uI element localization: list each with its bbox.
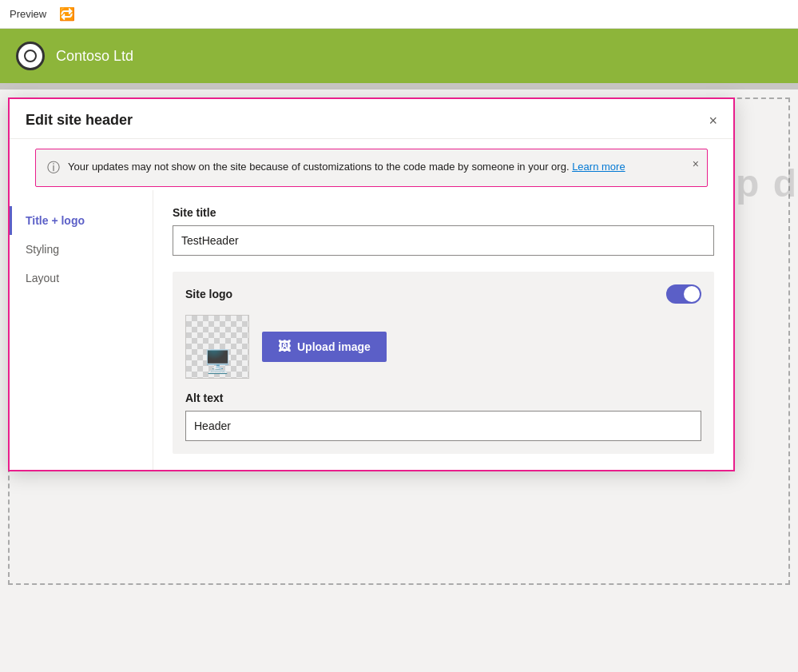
warning-message: Your updates may not show on the site be… — [68, 161, 570, 173]
site-name: Contoso Ltd — [56, 48, 133, 65]
divider — [0, 83, 798, 89]
logo-section-header: Site logo — [185, 284, 701, 304]
preview-label[interactable]: Preview — [10, 8, 46, 20]
site-logo-label: Site logo — [185, 288, 232, 300]
warning-banner: ⓘ Your updates may not show on the site … — [35, 149, 708, 187]
site-title-label: Site title — [173, 206, 714, 219]
page-background: ✛ looks like there is another active ses… — [0, 89, 798, 585]
warning-container: ⓘ Your updates may not show on the site … — [10, 139, 733, 190]
toggle-thumb — [684, 286, 700, 302]
logo-preview-row: 🖥️ 🖼 Upload image — [185, 315, 701, 379]
top-bar: Preview 🔁 — [0, 0, 798, 29]
panel-body: Title + logo Styling Layout Site title S… — [10, 190, 733, 470]
site-title-input[interactable] — [173, 225, 714, 256]
panel-close-button[interactable]: × — [709, 113, 717, 128]
panel-title: Edit site header — [26, 112, 133, 129]
share-icon[interactable]: 🔁 — [59, 6, 75, 22]
sp-header: Contoso Ltd — [0, 29, 798, 83]
logo-section: Site logo 🖥️ 🖼 Upload image — [173, 272, 714, 454]
nav-item-layout[interactable]: Layout — [10, 264, 153, 292]
panel-header: Edit site header × — [10, 99, 733, 139]
info-icon: ⓘ — [47, 160, 60, 177]
panel-content: Site title Site logo 🖥️ — [153, 190, 733, 470]
learn-more-link[interactable]: Learn more — [572, 161, 625, 173]
upload-icon: 🖼 — [278, 340, 291, 354]
warning-close-button[interactable]: × — [693, 157, 699, 170]
logo-preview-image: 🖥️ — [204, 348, 232, 375]
site-logo-toggle[interactable] — [666, 284, 701, 304]
edit-panel: Edit site header × ⓘ Your updates may no… — [8, 97, 735, 471]
alt-text-label: Alt text — [185, 392, 701, 404]
sp-logo-inner — [24, 50, 37, 62]
page-bg-text: p d — [736, 161, 798, 205]
nav-item-styling[interactable]: Styling — [10, 235, 153, 264]
upload-image-button[interactable]: 🖼 Upload image — [262, 332, 387, 362]
alt-text-input[interactable] — [185, 411, 701, 441]
panel-nav: Title + logo Styling Layout — [10, 190, 153, 470]
sp-logo — [16, 42, 45, 70]
nav-item-title-logo[interactable]: Title + logo — [10, 206, 153, 235]
logo-preview-box: 🖥️ — [185, 315, 249, 379]
upload-button-label: Upload image — [297, 340, 371, 353]
warning-text: Your updates may not show on the site be… — [68, 159, 625, 175]
